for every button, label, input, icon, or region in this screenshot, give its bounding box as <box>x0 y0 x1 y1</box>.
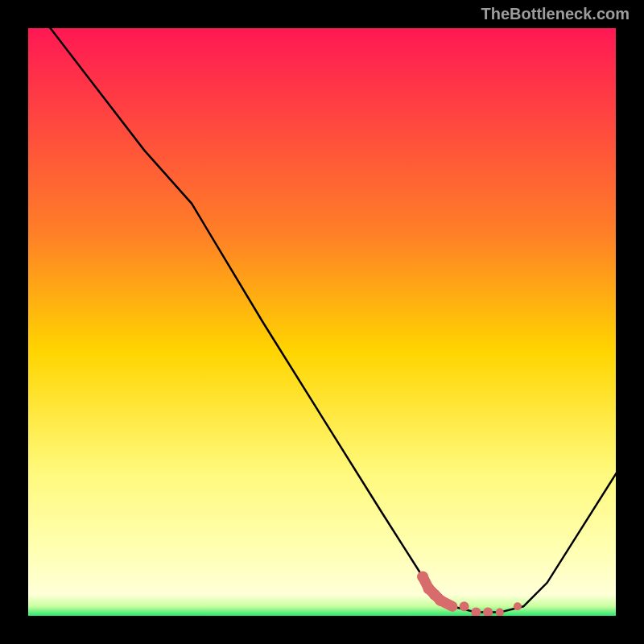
svg-point-12 <box>483 608 493 617</box>
svg-point-13 <box>496 609 504 617</box>
svg-point-10 <box>460 601 469 611</box>
svg-point-9 <box>448 601 457 611</box>
curve-layer <box>26 26 618 618</box>
svg-point-5 <box>417 572 428 583</box>
chart-container <box>24 24 620 620</box>
bottleneck-curve <box>26 26 618 613</box>
svg-point-14 <box>514 602 522 610</box>
svg-point-8 <box>435 595 446 606</box>
watermark-text: TheBottleneck.com <box>481 5 630 23</box>
svg-point-11 <box>471 608 481 617</box>
plot-area <box>26 26 618 618</box>
